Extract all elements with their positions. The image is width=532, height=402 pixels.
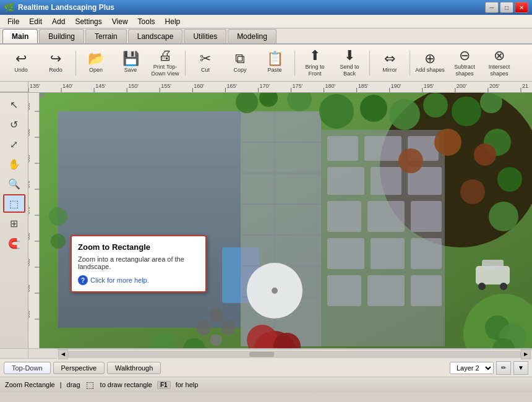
cut-button[interactable]: ✂Cut	[189, 47, 221, 79]
paste-icon: 📋	[267, 52, 283, 66]
redo-icon: ↪	[50, 52, 61, 66]
svg-text:060': 060'	[28, 128, 30, 136]
bring-front-label: Bring to Front	[299, 64, 330, 77]
svg-rect-85	[411, 238, 442, 269]
scroll-right-arrow[interactable]: ▶	[521, 349, 531, 359]
maximize-button[interactable]: □	[500, 2, 513, 13]
svg-text:080': 080'	[28, 232, 30, 240]
menu-item-settings[interactable]: Settings	[70, 16, 106, 27]
save-button[interactable]: 💾Save	[114, 47, 147, 79]
sidebar-tool-zoom-in[interactable]: 🔍	[3, 174, 25, 193]
tab-main[interactable]: Main	[2, 29, 38, 43]
menu-item-edit[interactable]: Edit	[24, 16, 47, 27]
tab-landscape[interactable]: Landscape	[128, 29, 183, 43]
svg-point-99	[489, 202, 518, 231]
intersect-shapes-button[interactable]: ⊗Intersect shapes	[483, 47, 515, 79]
mirror-button[interactable]: ⇔Mirror	[374, 47, 406, 79]
print-icon: 🖨	[158, 49, 172, 62]
tab-modeling[interactable]: Modeling	[228, 29, 277, 43]
toolbar-separator	[185, 51, 186, 75]
redo-button[interactable]: ↪Redo	[40, 47, 72, 79]
add-shapes-label: Add shapes	[415, 67, 445, 74]
help-key: F1	[157, 381, 171, 389]
toolbar-separator	[294, 51, 295, 75]
bring-front-button[interactable]: ⬆Bring to Front	[299, 47, 331, 79]
svg-text:135': 135'	[30, 83, 40, 89]
svg-rect-83	[327, 238, 364, 269]
svg-rect-77	[327, 167, 364, 195]
paste-button[interactable]: 📋Paste	[259, 47, 291, 79]
intersect-shapes-label: Intersect shapes	[484, 64, 515, 77]
horizontal-scrollbar[interactable]: ◀ ▶	[57, 349, 532, 359]
svg-point-113	[51, 234, 66, 249]
svg-text:075': 075'	[28, 206, 30, 214]
svg-point-103	[460, 179, 485, 204]
svg-rect-75	[364, 136, 401, 161]
scroll-left-arrow[interactable]: ◀	[58, 349, 68, 359]
undo-button[interactable]: ↩Undo	[5, 47, 37, 79]
svg-point-95	[452, 96, 481, 126]
tab-terrain[interactable]: Terrain	[85, 29, 127, 43]
menu-item-help[interactable]: Help	[160, 16, 186, 27]
svg-point-123	[196, 320, 211, 335]
sidebar-tool-rotate[interactable]: ↺	[3, 115, 25, 134]
status-separator: |	[60, 381, 62, 388]
svg-rect-115	[482, 260, 504, 269]
copy-button[interactable]: ⧉Copy	[224, 47, 256, 79]
sidebar-tool-magnet[interactable]: 🧲	[3, 234, 25, 252]
menu-item-view[interactable]: View	[107, 16, 133, 27]
svg-text:180': 180'	[325, 83, 336, 89]
view-tab-perspective[interactable]: Perspective	[53, 362, 105, 374]
sidebar-tool-pan[interactable]: ✋	[3, 155, 25, 173]
open-button[interactable]: 📂Open	[80, 47, 112, 79]
svg-text:185': 185'	[358, 83, 369, 89]
sidebar-tool-select[interactable]: ↖	[3, 95, 25, 114]
tooltip-help-text[interactable]: Click for more help.	[90, 276, 149, 284]
svg-rect-84	[371, 238, 405, 269]
svg-point-92	[360, 95, 387, 122]
open-label: Open	[89, 67, 103, 74]
close-button[interactable]: ✕	[515, 2, 528, 13]
scroll-track[interactable]	[68, 351, 521, 357]
status-key-action: for help	[176, 381, 199, 388]
layer-more-button[interactable]: ▼	[513, 361, 528, 375]
layer-edit-button[interactable]: ✏	[496, 361, 511, 375]
svg-text:21: 21	[522, 83, 528, 89]
bring-front-icon: ⬆	[309, 49, 320, 62]
undo-icon: ↩	[15, 52, 27, 66]
subtract-shapes-button[interactable]: ⊖Subtract shapes	[448, 47, 481, 79]
toolbar-separator	[410, 51, 410, 75]
menu-item-tools[interactable]: Tools	[133, 16, 160, 27]
print-button[interactable]: 🖨Print Top-Down View	[149, 47, 181, 79]
print-label: Print Top-Down View	[150, 64, 181, 77]
add-shapes-button[interactable]: ⊕Add shapes	[414, 47, 446, 79]
landscape-canvas[interactable]: Zoom to Rectangle Zoom into a rectangula…	[40, 93, 532, 348]
layer-dropdown[interactable]: Layer 1 Layer 2 Layer 3	[450, 362, 494, 374]
minimize-button[interactable]: ─	[485, 2, 499, 13]
svg-text:140': 140'	[62, 83, 73, 89]
tab-building[interactable]: Building	[39, 29, 84, 43]
sidebar-tool-measure[interactable]: ⤢	[3, 135, 25, 153]
open-icon: 📂	[88, 52, 105, 66]
menu-item-file[interactable]: File	[2, 16, 24, 27]
svg-text:205': 205'	[489, 83, 500, 89]
tooltip-box: Zoom to Rectangle Zoom into a rectangula…	[71, 235, 207, 293]
svg-point-101	[434, 129, 461, 156]
view-tab-topdown[interactable]: Top-Down	[4, 362, 51, 374]
save-icon: 💾	[122, 52, 139, 66]
scroll-thumb[interactable]	[249, 352, 274, 357]
subtract-shapes-icon: ⊖	[459, 49, 470, 62]
svg-point-125	[210, 334, 222, 346]
paste-label: Paste	[267, 67, 281, 74]
canvas-area[interactable]: 055'060'065'070'075'080'085'090'095'	[28, 93, 532, 348]
redo-label: Redo	[49, 67, 62, 74]
view-tab-walkthrough[interactable]: Walkthrough	[107, 362, 161, 374]
sidebar-tool-grid[interactable]: ⊞	[3, 214, 25, 233]
ruler-svg: 135'140'145'150'155'160'165'170'175'180'…	[28, 82, 532, 93]
menu-item-add[interactable]: Add	[47, 16, 70, 27]
tooltip-help[interactable]: ? Click for more help.	[78, 275, 199, 285]
sidebar-tool-zoom-rect[interactable]: ⬚	[3, 194, 25, 213]
svg-rect-78	[371, 167, 401, 195]
send-back-button[interactable]: ⬇Send to Back	[333, 47, 366, 79]
tab-utilities[interactable]: Utilities	[184, 29, 226, 43]
